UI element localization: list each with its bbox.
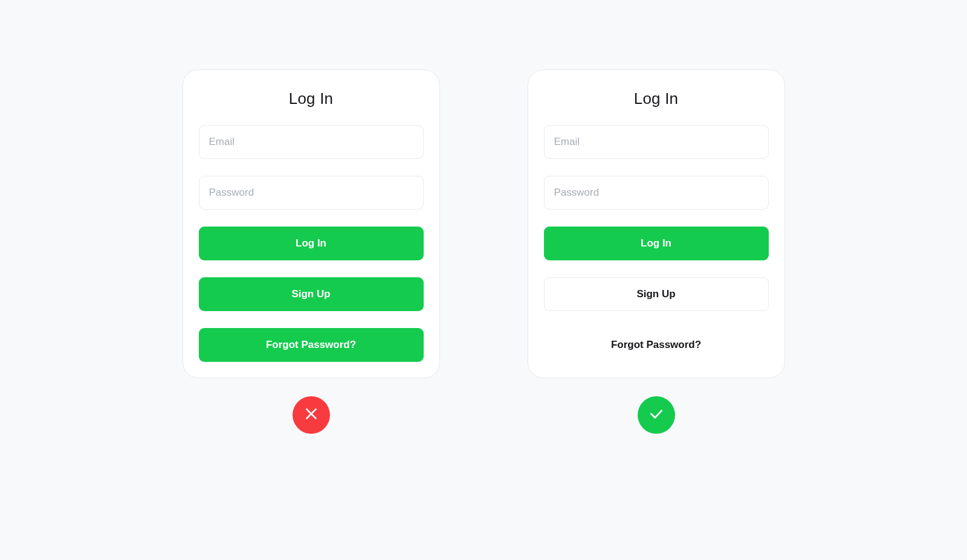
good-example-column: Log In Log In Sign Up Forgot Password? [528, 69, 785, 434]
bad-indicator-badge [293, 396, 330, 434]
password-field[interactable] [544, 176, 769, 210]
x-icon [303, 406, 319, 424]
card-title: Log In [544, 89, 769, 108]
login-card-bad: Log In Log In Sign Up Forgot Password? [183, 69, 440, 378]
signup-button[interactable]: Sign Up [544, 277, 769, 311]
login-card-good: Log In Log In Sign Up Forgot Password? [528, 69, 785, 378]
password-field[interactable] [199, 176, 424, 210]
email-field[interactable] [199, 125, 424, 159]
forgot-password-button[interactable]: Forgot Password? [199, 328, 424, 362]
card-title: Log In [199, 89, 424, 108]
bad-example-column: Log In Log In Sign Up Forgot Password? [183, 69, 440, 434]
check-icon [648, 406, 664, 424]
login-button[interactable]: Log In [544, 227, 769, 260]
email-field[interactable] [544, 125, 769, 159]
forgot-password-link[interactable]: Forgot Password? [544, 328, 769, 362]
login-button[interactable]: Log In [199, 227, 424, 260]
signup-button[interactable]: Sign Up [199, 277, 424, 311]
good-indicator-badge [638, 396, 675, 434]
